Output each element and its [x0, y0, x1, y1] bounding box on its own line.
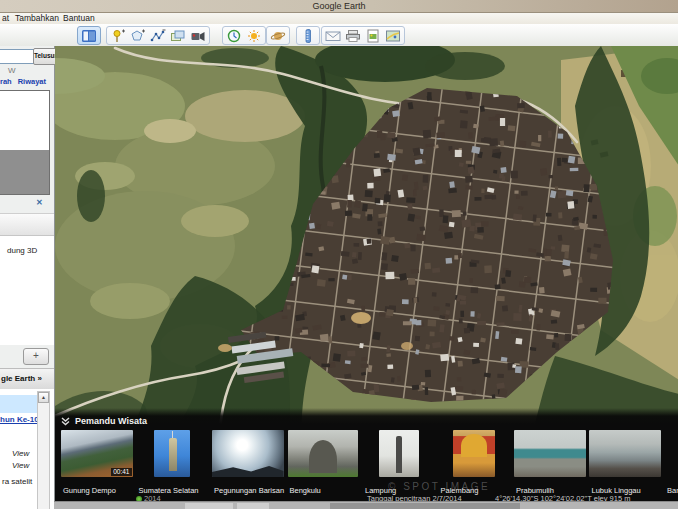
saturn-icon — [270, 29, 286, 43]
planets-button[interactable] — [268, 28, 288, 43]
tip-line-1: View — [12, 449, 29, 458]
discover-panel-header[interactable]: gle Earth » — [0, 368, 54, 390]
camcorder-icon — [190, 29, 206, 43]
email-button[interactable] — [323, 28, 343, 43]
ruler-icon — [300, 29, 316, 43]
print-button[interactable] — [343, 28, 363, 43]
ruler-button[interactable] — [298, 28, 318, 43]
tour-item[interactable]: 00:41Gunung Dempo — [59, 430, 134, 505]
maps-icon — [385, 29, 401, 43]
tour-thumbnail[interactable] — [288, 430, 358, 477]
historical-imagery-button[interactable] — [224, 28, 244, 43]
path-icon — [150, 29, 166, 43]
tour-thumbnail[interactable] — [453, 430, 495, 477]
save-image-button[interactable] — [363, 28, 383, 43]
record-tour-button[interactable] — [188, 28, 208, 43]
tour-thumbnail[interactable] — [212, 430, 284, 477]
menu-item-at[interactable]: at — [2, 13, 9, 24]
sidebar-panel-icon — [81, 29, 97, 43]
menu-bar: atTambahkanBantuan — [0, 13, 678, 24]
save-image-icon — [365, 29, 381, 43]
toolbar-group-share — [321, 26, 405, 45]
tour-thumbnail[interactable] — [514, 430, 586, 477]
add-placemark-button[interactable] — [108, 28, 128, 43]
layers-item-3d-buildings[interactable]: dung 3D — [7, 246, 37, 255]
window-title: Google Earth — [0, 1, 678, 11]
tip-line-2: View — [12, 461, 29, 470]
results-gray-area — [0, 150, 49, 194]
add-path-button[interactable] — [148, 28, 168, 43]
toolbar-group-ruler — [296, 26, 320, 45]
toolbar-group-time — [222, 26, 266, 45]
envelope-icon — [325, 29, 341, 43]
toolbar-group-sidebar — [77, 26, 101, 45]
add-image-overlay-button[interactable] — [168, 28, 188, 43]
search-input[interactable] — [0, 49, 34, 64]
tour-thumbnail[interactable]: 00:41 — [61, 430, 133, 477]
tour-guide-title: Pemandu Wisata — [75, 416, 147, 426]
clock-icon — [226, 29, 242, 43]
discover-panel-title: gle Earth » — [1, 374, 42, 383]
tip-line-3: ra satelit — [2, 477, 32, 486]
tour-item[interactable]: Ban — [663, 430, 678, 505]
sun-icon — [246, 29, 262, 43]
tour-label: Ban — [667, 486, 678, 495]
toolbar-group-planets — [266, 26, 290, 45]
collapse-chevrons-icon — [61, 417, 70, 426]
tour-thumbnail[interactable] — [379, 430, 419, 477]
tour-thumbnail[interactable] — [154, 430, 190, 477]
search-suggestion-fragment: W — [8, 66, 16, 75]
history-link[interactable]: Riwayat — [18, 77, 46, 86]
toolbar-group-create — [106, 26, 210, 45]
taskbar-edge[interactable] — [54, 501, 678, 509]
taskbar-button-active[interactable] — [330, 503, 520, 509]
add-polygon-button[interactable] — [128, 28, 148, 43]
add-content-button[interactable]: + — [23, 348, 49, 365]
duration-badge: 00:41 — [111, 468, 131, 476]
tour-item[interactable]: Pegunungan Barisan — [210, 430, 285, 505]
taskbar-button[interactable] — [185, 503, 233, 509]
sunlight-button[interactable] — [244, 28, 264, 43]
search-links: rahRiwayat — [0, 77, 54, 86]
tour-label: Bengkulu — [290, 486, 321, 495]
sidebar-scrollbar[interactable]: ▲ ▼ — [37, 391, 50, 509]
tour-guide-header[interactable]: Pemandu Wisata — [61, 416, 147, 426]
polygon-icon — [130, 29, 146, 43]
title-bar[interactable]: Google Earth — [0, 0, 678, 13]
anniversary-link[interactable]: hun Ke-10. — [0, 415, 41, 424]
search-results-box — [0, 90, 50, 195]
tour-guide-strip: Pemandu Wisata © SPOT IMAGE 00:41Gunung … — [55, 408, 678, 509]
close-icon[interactable]: ✕ — [36, 198, 43, 207]
places-panel-header[interactable] — [0, 214, 54, 236]
google-earth-window: { "window": { "title": "Google Earth" },… — [0, 0, 678, 509]
sidebar-toggle-button[interactable] — [79, 28, 99, 43]
image-overlay-icon — [170, 29, 186, 43]
tour-thumbnail[interactable] — [589, 430, 661, 477]
sidebar: Telusuri W rahRiwayat ✕ dung 3D + gle Ea… — [0, 46, 55, 509]
scroll-up-arrow[interactable]: ▲ — [38, 392, 49, 403]
toolbar — [0, 24, 678, 47]
menu-item-tambahkan[interactable]: Tambahkan — [15, 13, 59, 24]
view-in-maps-button[interactable] — [383, 28, 403, 43]
printer-icon — [345, 29, 361, 43]
selected-row[interactable] — [0, 395, 39, 413]
tour-label: Gunung Dempo — [63, 486, 116, 495]
pushpin-icon — [110, 29, 126, 43]
get-directions-link[interactable]: rah — [0, 77, 12, 86]
taskbar-button[interactable] — [237, 503, 269, 509]
tour-item[interactable]: Bengkulu — [286, 430, 361, 505]
menu-item-bantuan[interactable]: Bantuan — [63, 13, 95, 24]
tour-label: Pegunungan Barisan — [214, 486, 284, 495]
